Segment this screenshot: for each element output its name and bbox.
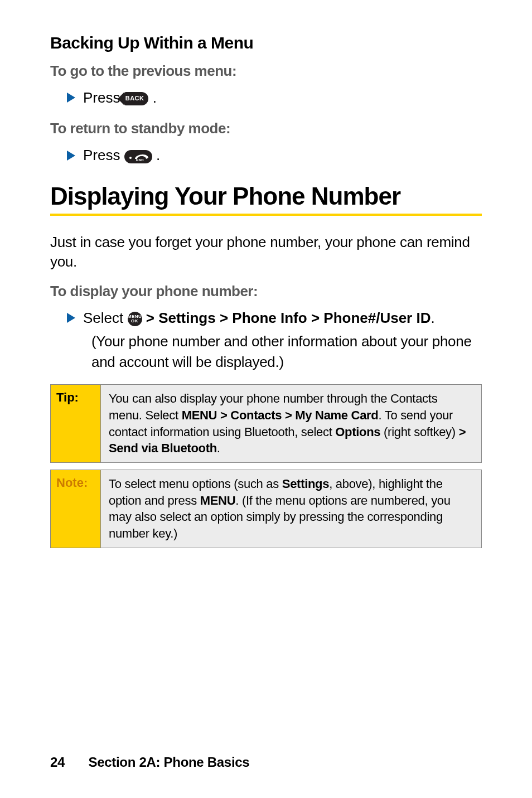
- subsection-heading: Backing Up Within a Menu: [50, 33, 482, 52]
- task-heading-display-number: To display your phone number:: [50, 283, 482, 300]
- menu-key-line2: OK: [131, 319, 138, 323]
- intro-paragraph: Just in case you forget your phone numbe…: [50, 233, 482, 272]
- step-select-menu-path: Select MENU OK > Settings > Phone Info >…: [50, 308, 482, 328]
- tip-text: (right softkey): [384, 425, 459, 439]
- select-label: Select: [83, 309, 128, 326]
- section-label: Section 2A: Phone Basics: [88, 755, 249, 770]
- tip-body: You can also display your phone number t…: [101, 385, 481, 462]
- svg-point-0: [129, 157, 132, 159]
- task-heading-go-previous: To go to the previous menu:: [50, 62, 482, 80]
- bullet-triangle-icon: [67, 313, 75, 323]
- tip-text: .: [217, 441, 220, 455]
- tip-bold: Options: [335, 425, 384, 439]
- note-body: To select menu options (such as Settings…: [101, 470, 481, 548]
- note-bold: Settings: [282, 477, 329, 491]
- note-label: Note:: [51, 470, 101, 548]
- step-continuation: (Your phone number and other information…: [50, 331, 482, 372]
- back-key-icon: BACK: [124, 92, 149, 105]
- tip-box: Tip: You can also display your phone num…: [50, 384, 482, 463]
- page-footer: 24 Section 2A: Phone Basics: [50, 755, 249, 770]
- step-press-back: Press BACK .: [50, 88, 482, 108]
- period: .: [431, 309, 434, 326]
- menu-path: > Settings > Phone Info > Phone#/User ID: [146, 309, 431, 326]
- page-title: Displaying Your Phone Number: [50, 182, 482, 210]
- page-number: 24: [50, 755, 65, 770]
- bullet-triangle-icon: [67, 151, 75, 161]
- heading-underline: [50, 214, 482, 216]
- task-heading-return-standby: To return to standby mode:: [50, 120, 482, 137]
- bullet-triangle-icon: [67, 93, 75, 103]
- end-key-icon: END: [124, 150, 152, 163]
- note-box: Note: To select menu options (such as Se…: [50, 470, 482, 548]
- note-text: To select menu options (such as: [109, 477, 282, 491]
- menu-ok-key-icon: MENU OK: [128, 312, 142, 326]
- note-bold: MENU: [200, 494, 236, 507]
- press-label: Press: [83, 147, 124, 163]
- period: .: [156, 147, 160, 163]
- svg-text:END: END: [136, 158, 144, 162]
- period: .: [153, 89, 157, 106]
- step-press-end: Press END .: [50, 145, 482, 165]
- tip-bold: MENU > Contacts > My Name Card: [182, 408, 379, 422]
- tip-label: Tip:: [51, 385, 101, 462]
